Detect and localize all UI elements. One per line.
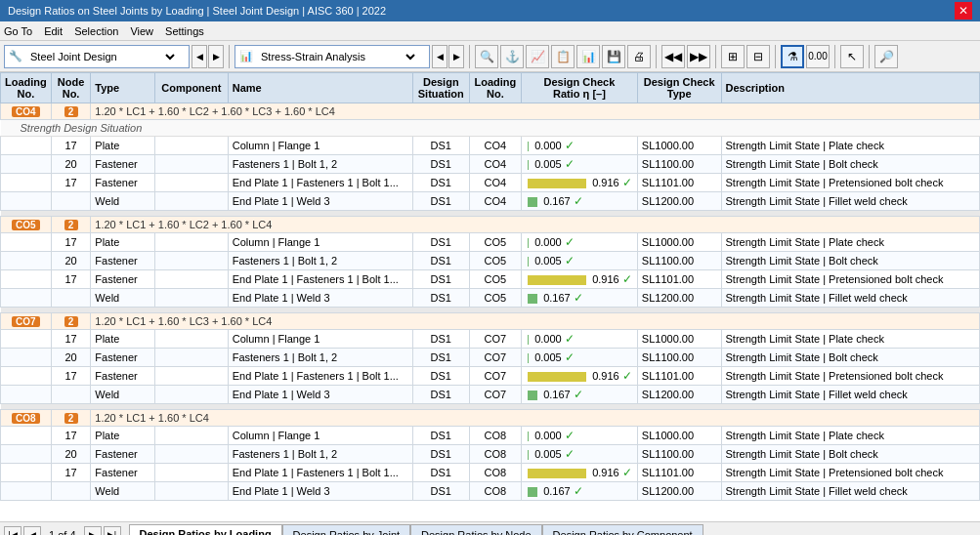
cell-component-label	[154, 349, 228, 367]
dropdown2-next[interactable]: ▶	[448, 45, 464, 68]
cell-dctype: SL1000.00	[637, 233, 721, 252]
cell-component-label	[154, 427, 228, 445]
cell-ds: DS1	[412, 233, 469, 252]
cell-node-no: 17	[51, 233, 91, 252]
table-row[interactable]: 17 Plate Column | Flange 1 DS1 CO7 0.000…	[1, 330, 980, 349]
cell-loading-no	[1, 330, 52, 349]
separator5	[775, 45, 776, 68]
table-row[interactable]: Weld End Plate 1 | Weld 3 DS1 CO7 0.167 …	[1, 386, 980, 404]
btn-table[interactable]: 📋	[551, 45, 575, 68]
btn-cursor[interactable]: ↖	[840, 45, 864, 68]
cell-loading-no	[1, 482, 52, 501]
page-prev[interactable]: ◀	[23, 526, 41, 536]
cell-lno: CO7	[469, 367, 521, 386]
table-row[interactable]: 17 Fastener End Plate 1 | Fasteners 1 | …	[1, 464, 980, 482]
check-icon: ✓	[565, 139, 575, 152]
cell-name: Column | Flange 1	[228, 330, 412, 349]
cell-type: Plate	[91, 427, 155, 445]
cell-component-label	[154, 233, 228, 252]
dropdown1-select[interactable]: Steel Joint Design	[26, 50, 178, 63]
table-row[interactable]: Weld End Plate 1 | Weld 3 DS1 CO5 0.167 …	[1, 289, 980, 308]
separator6	[834, 45, 835, 68]
page-last[interactable]: ▶|	[104, 526, 121, 536]
cell-node-no	[51, 482, 91, 501]
dropdown1-prev[interactable]: ◀	[192, 45, 207, 68]
cell-lno: CO5	[469, 233, 521, 252]
table-row[interactable]: 20 Fastener Fasteners 1 | Bolt 1, 2 DS1 …	[1, 349, 980, 367]
page-first[interactable]: |◀	[4, 526, 21, 536]
table-row[interactable]: 20 Fastener Fasteners 1 | Bolt 1, 2 DS1 …	[1, 445, 980, 464]
menu-settings[interactable]: Settings	[165, 25, 204, 37]
dropdown1[interactable]: 🔧 Steel Joint Design	[4, 45, 190, 68]
cell-dctype: SL1101.00	[637, 174, 721, 192]
cell-dctype: SL1101.00	[637, 367, 721, 386]
btn-export[interactable]: 💾	[602, 45, 625, 68]
cell-loading-no	[1, 233, 52, 252]
btn-grid2[interactable]: ⊟	[746, 45, 770, 68]
cell-type: Weld	[91, 192, 155, 211]
cell-ratio: 0.005 ✓	[522, 349, 638, 367]
btn-zero[interactable]: 0.00	[806, 45, 830, 68]
tab-by-joint[interactable]: Design Ratios by Joint	[282, 524, 410, 536]
cell-desc: Strength Limit State | Pretensioned bolt…	[721, 464, 980, 482]
cell-node-no: 17	[51, 270, 91, 289]
menu-view[interactable]: View	[130, 25, 153, 37]
check-icon: ✓	[565, 332, 575, 346]
page-next[interactable]: ▶	[84, 526, 102, 536]
btn-left[interactable]: ◀◀	[661, 45, 685, 68]
table-row[interactable]: Weld End Plate 1 | Weld 3 DS1 CO4 0.167 …	[1, 192, 980, 211]
cell-name: End Plate 1 | Fasteners 1 | Bolt 1...	[228, 174, 412, 192]
table-row[interactable]: 20 Fastener Fasteners 1 | Bolt 1, 2 DS1 …	[1, 252, 980, 270]
check-icon: ✓	[622, 369, 632, 383]
btn-grid1[interactable]: ⊞	[721, 45, 745, 68]
btn-zoom[interactable]: 🔎	[874, 45, 898, 68]
cell-dctype: SL1101.00	[637, 464, 721, 482]
table-row[interactable]: Weld End Plate 1 | Weld 3 DS1 CO8 0.167 …	[1, 482, 980, 501]
btn-search[interactable]: 🔍	[475, 45, 498, 68]
cell-desc: Strength Limit State | Bolt check	[721, 252, 980, 270]
cell-node-no: 20	[51, 445, 91, 464]
cell-dctype: SL1100.00	[637, 445, 721, 464]
dropdown1-next[interactable]: ▶	[208, 45, 224, 68]
col-header-dctype: Design CheckType	[637, 73, 721, 103]
check-icon: ✓	[622, 466, 632, 479]
table-row[interactable]: 17 Fastener End Plate 1 | Fasteners 1 | …	[1, 270, 980, 289]
ratio-value: 0.167	[543, 292, 571, 304]
dropdown2-prev[interactable]: ◀	[432, 45, 447, 68]
co-badge: CO5	[12, 220, 40, 230]
col-header-ratio: Design CheckRatio η [–]	[522, 73, 638, 103]
separator1	[229, 45, 230, 68]
table-row[interactable]: 17 Plate Column | Flange 1 DS1 CO5 0.000…	[1, 233, 980, 252]
table-row[interactable]: 17 Fastener End Plate 1 | Fasteners 1 | …	[1, 174, 980, 192]
table-row[interactable]: 17 Fastener End Plate 1 | Fasteners 1 | …	[1, 367, 980, 386]
dropdown1-icon: 🔧	[9, 50, 22, 62]
dropdown2-select[interactable]: Stress-Strain Analysis	[257, 50, 418, 63]
menu-edit[interactable]: Edit	[44, 25, 63, 37]
col-header-desc: Description	[721, 73, 980, 103]
tab-by-node[interactable]: Design Ratios by Node	[410, 524, 542, 536]
tab-bar: Design Ratios by Loading Design Ratios b…	[129, 524, 703, 536]
cell-ds: DS1	[412, 155, 469, 174]
dropdown2-icon: 📊	[239, 50, 253, 62]
cell-ds: DS1	[412, 252, 469, 270]
table-row[interactable]: 17 Plate Column | Flange 1 DS1 CO8 0.000…	[1, 427, 980, 445]
menu-goto[interactable]: Go To	[4, 25, 32, 37]
dropdown2[interactable]: 📊 Stress-Strain Analysis	[234, 45, 430, 68]
cell-lno: CO8	[469, 464, 521, 482]
tab-by-loading[interactable]: Design Ratios by Loading	[129, 524, 282, 536]
btn-right[interactable]: ▶▶	[687, 45, 710, 68]
table-row[interactable]: 20 Fastener Fasteners 1 | Bolt 1, 2 DS1 …	[1, 155, 980, 174]
btn-results[interactable]: 📈	[526, 45, 549, 68]
cell-ds: DS1	[412, 386, 469, 404]
table-row[interactable]: 17 Plate Column | Flange 1 DS1 CO4 0.000…	[1, 137, 980, 155]
btn-graph[interactable]: 📊	[576, 45, 600, 68]
cell-type: Plate	[91, 233, 155, 252]
btn-filter[interactable]: ⚗	[781, 45, 804, 68]
cell-dctype: SL1200.00	[637, 192, 721, 211]
menu-selection[interactable]: Selection	[74, 25, 118, 37]
tab-by-component[interactable]: Design Ratios by Component	[542, 524, 703, 536]
cell-node-no	[51, 386, 91, 404]
btn-anchor[interactable]: ⚓	[500, 45, 524, 68]
btn-print[interactable]: 🖨	[627, 45, 651, 68]
close-button[interactable]: ✕	[955, 2, 972, 20]
